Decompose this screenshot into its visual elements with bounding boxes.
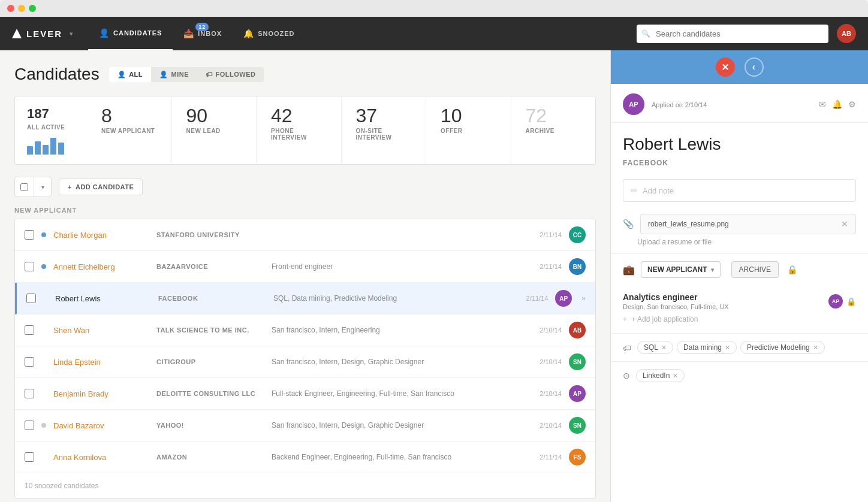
candidate-tags-8: Backend Engineer, Engineering, Full-time… (272, 453, 532, 461)
job-avatar: AP (828, 294, 843, 309)
snoozed-label: 10 snoozed candidates (25, 482, 98, 490)
mail-icon[interactable]: ✉ (819, 99, 826, 109)
controls-bar: ▾ + ADD CANDIDATE (14, 177, 596, 197)
window-maximize-btn[interactable] (29, 5, 36, 12)
note-section: ✏ Add note (611, 172, 868, 209)
tag-icon: 🏷 (623, 343, 631, 353)
tag-remove-predictive[interactable]: ✕ (813, 344, 818, 352)
filter-tab-followed[interactable]: 🏷 FOLLOWED (197, 67, 264, 82)
candidate-avatar-5: SN (569, 353, 586, 370)
search-input[interactable] (637, 25, 828, 43)
stat-onsite-interview[interactable]: 37 ON-SITE INTERVIEW (342, 96, 427, 164)
filter-tab-mine[interactable]: 👤 MINE (151, 67, 197, 82)
tag-remove-datamining[interactable]: ✕ (725, 344, 730, 352)
row-checkbox-1[interactable] (25, 230, 34, 240)
add-candidate-button[interactable]: + ADD CANDIDATE (59, 179, 143, 195)
search-wrapper (637, 25, 828, 43)
candidate-company-7: YAHOO! (156, 422, 264, 429)
all-icon: 👤 (117, 71, 126, 78)
row-checkbox-8[interactable] (25, 452, 34, 462)
nav-snoozed-label: SNOOZED (258, 30, 294, 37)
candidate-full-name: Robert Lewis (623, 135, 856, 154)
upload-label[interactable]: Upload a resume or file (623, 238, 856, 246)
job-lock-icon: 🔒 (846, 297, 856, 306)
archive-button[interactable]: ARCHIVE (731, 261, 779, 278)
stat-number-5: 72 (526, 106, 581, 125)
bulk-chevron-icon[interactable]: ▾ (34, 177, 51, 196)
paperclip-icon: 📎 (623, 219, 634, 229)
add-job-label: + Add job application (631, 315, 698, 323)
nav-item-snoozed[interactable]: 🔔 SNOOZED (233, 17, 305, 50)
window-close-btn[interactable] (7, 5, 14, 12)
candidate-row[interactable]: Linda Epstein CITIGROUP San francisco, I… (15, 346, 595, 378)
stat-archive[interactable]: 72 ARCHIVE (511, 96, 596, 164)
stat-all-active[interactable]: 187 ALL ACTIVE (15, 96, 87, 164)
user-avatar[interactable]: AB (837, 24, 856, 43)
stat-label-1: NEW LEAD (186, 128, 242, 134)
nav-logo[interactable]: LEVER ▾ (12, 29, 74, 39)
bulk-select-dropdown[interactable]: ▾ (14, 177, 52, 197)
followed-label: FOLLOWED (216, 71, 256, 78)
resume-filename: robert_lewis_resume.png (648, 220, 729, 228)
stat-new-applicant[interactable]: 8 NEW APPLICANT (87, 96, 172, 164)
row-checkbox-2[interactable] (25, 262, 34, 271)
candidate-name-1: Charlie Morgan (53, 231, 149, 240)
nav-item-candidates[interactable]: 👤 CANDIDATES (88, 17, 173, 50)
candidate-avatar-3: AP (555, 290, 572, 307)
section-label: NEW APPLICANT (14, 207, 596, 214)
stage-section: 💼 NEW APPLICANT ▾ ARCHIVE 🔒 (611, 253, 868, 285)
unread-dot-7 (41, 423, 46, 428)
snooze-icon[interactable]: 🔔 (832, 99, 842, 109)
unread-dot-1 (41, 232, 46, 237)
main-layout: Candidates 👤 ALL 👤 MINE 🏷 FOLLOWED 187 (0, 50, 868, 502)
candidate-name-6: Benjamin Brady (53, 389, 149, 398)
candidate-name-5: Linda Epstein (53, 358, 149, 367)
snoozed-row[interactable]: 10 snoozed candidates (15, 473, 595, 498)
row-checkbox-7[interactable] (25, 421, 34, 430)
panel-close-button[interactable]: ✕ (716, 58, 735, 77)
candidate-row[interactable]: Annett Eichelberg BAZAARVOICE Front-end … (15, 251, 595, 283)
add-job-button[interactable]: + + Add job application (623, 310, 856, 328)
source-icon: ⊙ (623, 371, 630, 380)
filter-tab-all[interactable]: 👤 ALL (109, 67, 151, 82)
stat-label-3: ON-SITE INTERVIEW (356, 128, 412, 141)
candidate-row[interactable]: Charlie Morgan STANFORD UNIVERSITY 2/11/… (15, 219, 595, 251)
bulk-checkbox[interactable] (15, 177, 34, 196)
stat-number-0: 8 (101, 106, 157, 125)
bulk-checkbox-input[interactable] (20, 183, 28, 191)
nav-item-inbox[interactable]: 📥 12 INBOX (173, 17, 233, 50)
stat-new-lead[interactable]: 90 NEW LEAD (172, 96, 257, 164)
chart-bar-1 (27, 146, 33, 155)
window-minimize-btn[interactable] (18, 5, 25, 12)
candidate-row[interactable]: Benjamin Brady DELOITTE CONSULTING LLC F… (15, 378, 595, 410)
left-panel: Candidates 👤 ALL 👤 MINE 🏷 FOLLOWED 187 (0, 50, 610, 502)
settings-icon[interactable]: ⚙ (848, 99, 856, 109)
resume-remove-button[interactable]: ✕ (841, 219, 848, 229)
chart-bar-5 (58, 143, 64, 155)
source-remove-button[interactable]: ✕ (673, 372, 678, 380)
stat-label-5: ARCHIVE (526, 128, 581, 134)
expand-icon-3[interactable]: » (581, 294, 586, 303)
candidate-company-6: DELOITTE CONSULTING LLC (156, 390, 264, 397)
row-checkbox-5[interactable] (25, 357, 34, 367)
candidate-name-4: Shen Wan (53, 326, 149, 335)
candidate-row[interactable]: David Bazarov YAHOO! San francisco, Inte… (15, 410, 595, 441)
stage-chevron-icon: ▾ (711, 267, 714, 273)
candidate-tags-6: Full-stack Engineer, Engineering, Full-t… (272, 389, 532, 398)
row-checkbox-3[interactable] (26, 294, 36, 303)
stage-dropdown[interactable]: NEW APPLICANT ▾ (641, 261, 721, 278)
stat-phone-interview[interactable]: 42 PHONE INTERVIEW (257, 96, 342, 164)
add-candidate-label: ADD CANDIDATE (76, 183, 134, 190)
candidate-avatar-8: FS (569, 449, 586, 465)
panel-back-button[interactable]: ‹ (745, 58, 764, 77)
row-checkbox-4[interactable] (25, 325, 34, 335)
note-input[interactable]: ✏ Add note (623, 179, 856, 202)
candidate-row[interactable]: Anna Kornilova AMAZON Backend Engineer, … (15, 441, 595, 473)
tag-remove-sql[interactable]: ✕ (661, 344, 667, 352)
stat-offer[interactable]: 10 OFFER (426, 96, 511, 164)
applied-date: 2/10/14 (685, 101, 707, 108)
candidate-row[interactable]: Shen Wan TALK SCIENCE TO ME INC. San fra… (15, 314, 595, 346)
candidate-row[interactable]: Robert Lewis FACEBOOK SQL, Data mining, … (15, 283, 595, 314)
row-checkbox-6[interactable] (25, 389, 34, 398)
all-active-label: ALL ACTIVE (27, 124, 75, 131)
